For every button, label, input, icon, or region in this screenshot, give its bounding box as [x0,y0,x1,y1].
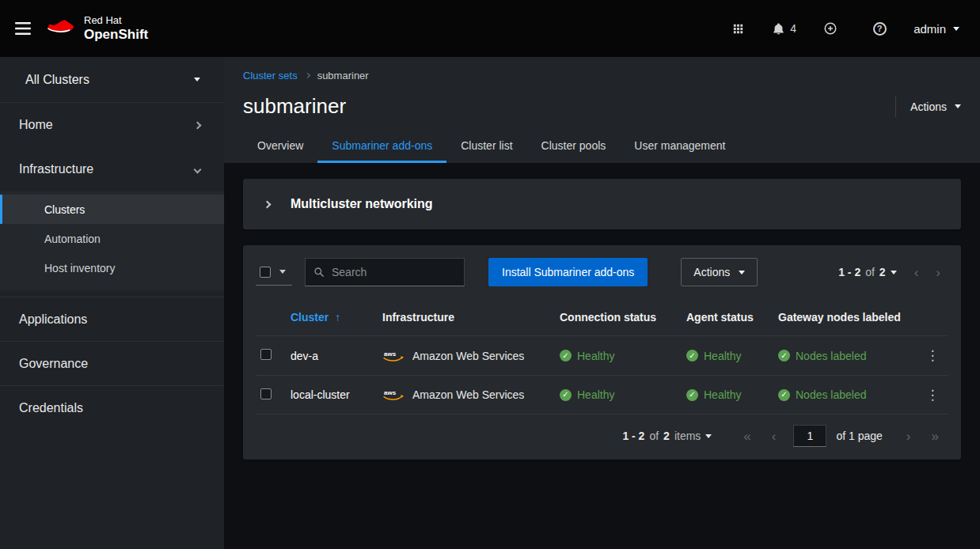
perspective-label: All Clusters [25,73,89,87]
caret-down-icon [953,27,959,31]
search-box [305,258,465,286]
aws-icon: aws [382,388,405,402]
sidebar-item-governance[interactable]: Governance [0,341,224,385]
apps-grid-icon [731,22,745,36]
chevron-right-icon [194,121,202,129]
search-input[interactable] [332,266,456,278]
sidebar: All Clusters Home Infrastructure Cluster… [0,57,224,549]
sidebar-item-label: Clusters [44,203,85,216]
pagination-items-label: items [674,430,701,442]
last-page-button[interactable]: » [924,427,947,445]
help-button[interactable]: ? [864,13,895,44]
pagination-total: 2 [879,266,886,278]
connection-status[interactable]: ✓ Healthy [560,388,686,401]
pagination-options-menu[interactable]: 1 - 2 of 2 [830,261,905,283]
sidebar-item-label: Credentials [19,401,83,415]
breadcrumb-current: submariner [317,70,369,81]
table-row: dev-a aws Amazon Web Services ✓ Healthy [256,335,948,375]
caret-down-icon [194,78,200,81]
actions-label: Actions [693,266,730,278]
pagination-options-menu[interactable]: 1 - 2 of 2 items [614,425,720,447]
pagination-range: 1 - 2 [622,430,644,442]
aws-icon: aws [382,349,405,363]
user-menu[interactable]: admin [914,22,959,36]
column-header-agent-status: Agent status [686,311,778,324]
first-page-button[interactable]: « [735,427,758,445]
pagination-top: 1 - 2 of 2 ‹ › [830,261,948,283]
agent-status[interactable]: ✓ Healthy [686,388,778,401]
caret-down-icon [955,104,961,108]
next-page-button[interactable]: › [898,427,919,445]
sidebar-item-home[interactable]: Home [0,103,224,147]
sidebar-item-credentials[interactable]: Credentials [0,385,224,430]
brand-line2: OpenShift [84,27,148,43]
check-circle-icon: ✓ [778,389,790,401]
card-title: Multicluster networking [291,197,433,211]
column-header-infrastructure: Infrastructure [382,311,560,324]
sidebar-item-label: Infrastructure [19,162,93,176]
sidebar-item-infrastructure[interactable]: Infrastructure [0,147,224,191]
gateway-nodes-status[interactable]: ✓ Nodes labeled [778,388,917,401]
row-checkbox[interactable] [260,349,272,360]
check-circle-icon: ✓ [560,389,572,401]
row-kebab-menu[interactable]: ⋮ [917,384,948,407]
breadcrumb-separator-icon [305,73,310,78]
connection-status[interactable]: ✓ Healthy [560,350,686,362]
page-count-label: of 1 page [836,430,882,442]
agent-status[interactable]: ✓ Healthy [686,350,778,362]
sidebar-item-automation[interactable]: Automation [0,224,224,253]
notifications-button[interactable]: 4 [772,22,796,36]
table-row: local-cluster aws Amazon Web Services ✓ [256,375,948,415]
sort-ascending-icon: ↑ [335,311,340,324]
content-area: Multicluster networking In [224,163,980,549]
infrastructure-label: Amazon Web Services [412,388,524,401]
gateway-nodes-status[interactable]: ✓ Nodes labeled [778,350,917,362]
pagination-of: of [649,430,659,442]
column-header-connection-status: Connection status [560,311,686,324]
expand-toggle-button[interactable] [256,195,278,214]
submariner-addons-table-card: Install Submariner add-ons Actions 1 - 2… [243,245,961,460]
check-circle-icon: ✓ [686,350,698,362]
clusters-table: Cluster ↑ Infrastructure Connection stat… [256,299,948,415]
nav-toggle-button[interactable] [8,13,38,44]
prev-page-button[interactable]: ‹ [906,263,927,282]
quick-create-button[interactable] [815,13,845,44]
infrastructure-subnav: Clusters Automation Host inventory [0,191,224,290]
prev-page-button[interactable]: ‹ [764,427,784,445]
brand-logo: Red Hat OpenShift [46,15,148,42]
sidebar-item-applications[interactable]: Applications [0,297,224,341]
row-checkbox[interactable] [260,388,272,399]
column-header-gateway-nodes: Gateway nodes labeled [778,311,917,324]
tab-cluster-list[interactable]: Cluster list [446,131,526,163]
search-icon [313,267,325,278]
chevron-right-icon [263,200,271,208]
install-submariner-button[interactable]: Install Submariner add-ons [488,258,648,286]
tab-cluster-pools[interactable]: Cluster pools [527,131,621,163]
username: admin [914,22,946,36]
tab-user-management[interactable]: User management [620,131,739,163]
bulk-select-dropdown[interactable] [256,259,292,286]
question-circle-icon: ? [873,22,887,36]
sidebar-item-host-inventory[interactable]: Host inventory [0,253,224,282]
pagination-of: of [865,266,875,278]
masthead-toolbar: 4 ? admin [723,13,959,44]
sidebar-item-clusters[interactable]: Clusters [0,195,224,224]
page-title: submariner [243,94,346,119]
app-launcher-button[interactable] [723,13,753,44]
toolbar-actions-dropdown[interactable]: Actions [681,258,758,286]
breadcrumb-cluster-sets[interactable]: Cluster sets [243,70,298,81]
hamburger-icon [15,22,31,35]
tab-overview[interactable]: Overview [243,131,317,163]
plus-circle-icon [823,21,838,36]
tab-submariner-add-ons[interactable]: Submariner add-ons [317,131,446,163]
tab-bar: Overview Submariner add-ons Cluster list… [243,131,961,163]
column-header-cluster[interactable]: Cluster ↑ [291,311,382,324]
bulk-select-checkbox[interactable] [260,267,271,278]
next-page-button[interactable]: › [928,263,948,282]
row-kebab-menu[interactable]: ⋮ [917,344,948,367]
infrastructure-cell: aws Amazon Web Services [382,388,560,402]
page-actions-dropdown[interactable]: Actions [910,100,961,113]
current-page-input[interactable] [793,425,826,447]
sidebar-item-label: Applications [19,312,87,327]
perspective-switcher[interactable]: All Clusters [0,57,224,103]
